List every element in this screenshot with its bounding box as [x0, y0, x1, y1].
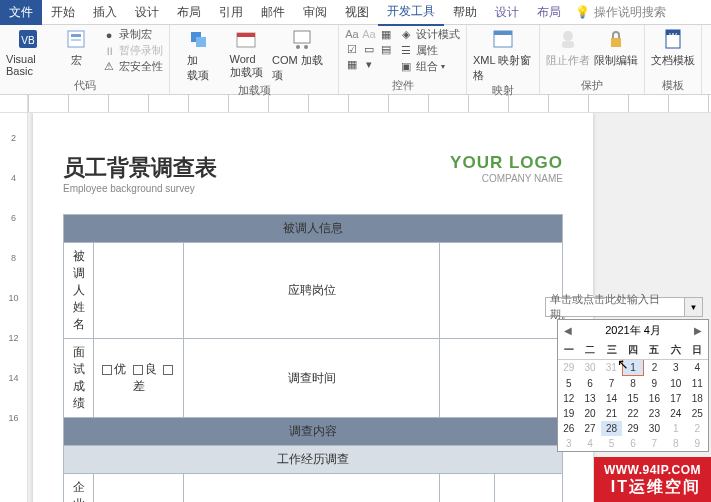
tab-0[interactable]: 开始 — [42, 0, 84, 25]
tab-2[interactable]: 设计 — [126, 0, 168, 25]
bulb-icon: 💡 — [575, 5, 590, 19]
checkbox-c[interactable] — [163, 365, 173, 375]
design-icon: ◈ — [399, 28, 413, 42]
cal-day[interactable]: 15 — [622, 391, 643, 406]
cal-day[interactable]: 11 — [687, 376, 708, 392]
addin-icon — [186, 27, 210, 51]
record-macro-button[interactable]: ●录制宏 — [102, 27, 163, 42]
cal-day[interactable]: 8 — [622, 376, 643, 392]
svg-point-10 — [296, 45, 300, 49]
cal-next-button[interactable]: ▶ — [694, 325, 702, 336]
cal-day[interactable]: 4 — [579, 436, 600, 451]
cal-day[interactable]: 9 — [687, 436, 708, 451]
tab-4[interactable]: 引用 — [210, 0, 252, 25]
tab-11[interactable]: 布局 — [528, 0, 570, 25]
cal-day[interactable]: 16 — [644, 391, 665, 406]
date-picker-field[interactable]: 单击或点击此处输入日期。 ▼ — [545, 297, 703, 317]
cal-day[interactable]: 30 — [579, 360, 600, 376]
control-text-button[interactable]: AaAa▦ — [345, 27, 395, 41]
date-dropdown-button[interactable]: ▼ — [684, 298, 702, 316]
checkbox-b[interactable] — [133, 365, 143, 375]
cal-day[interactable]: 29 — [558, 360, 579, 376]
group-control-button[interactable]: ▣组合▾ — [399, 59, 460, 74]
cal-day[interactable]: 2 — [644, 360, 665, 376]
tab-8[interactable]: 开发工具 — [378, 0, 444, 26]
cal-day[interactable]: 9 — [644, 376, 665, 392]
cal-day[interactable]: 5 — [558, 376, 579, 392]
tab-9[interactable]: 帮助 — [444, 0, 486, 25]
tab-bar: 文件 开始插入设计布局引用邮件审阅视图开发工具帮助设计布局💡操作说明搜索 — [0, 0, 711, 25]
cal-day[interactable]: 29 — [622, 421, 643, 436]
xml-mapping-button[interactable]: XML 映射窗格 — [473, 27, 533, 83]
cal-day[interactable]: 5 — [601, 436, 622, 451]
group-addins: 加 载项 Word 加载项 COM 加载项 加载项 — [170, 25, 339, 94]
tab-1[interactable]: 插入 — [84, 0, 126, 25]
design-mode-button[interactable]: ◈设计模式 — [399, 27, 460, 42]
macro-security-button[interactable]: ⚠宏安全性 — [102, 59, 163, 74]
cal-day[interactable]: 23 — [644, 406, 665, 421]
xml-icon — [491, 27, 515, 51]
cal-day[interactable]: 3 — [665, 360, 686, 376]
cal-title: 2021年 4月 — [605, 323, 661, 338]
cal-day[interactable]: 30 — [644, 421, 665, 436]
cal-prev-button[interactable]: ◀ — [564, 325, 572, 336]
cal-day[interactable]: 28 — [601, 421, 622, 436]
calendar-popup[interactable]: ◀ 2021年 4月 ▶ 一二三四五六日 2930311234567891011… — [557, 319, 709, 452]
block-authors-button[interactable]: 阻止作者 — [546, 27, 590, 68]
addins-button[interactable]: 加 载项 — [176, 27, 220, 83]
tab-6[interactable]: 审阅 — [294, 0, 336, 25]
cal-day[interactable]: 18 — [687, 391, 708, 406]
control-legacy-button[interactable]: ▦▾ — [345, 57, 395, 71]
cal-day[interactable]: 1 — [622, 360, 643, 376]
cal-day[interactable]: 12 — [558, 391, 579, 406]
tab-5[interactable]: 邮件 — [252, 0, 294, 25]
cal-day[interactable]: 8 — [665, 436, 686, 451]
cal-day[interactable]: 25 — [687, 406, 708, 421]
cal-day[interactable]: 7 — [601, 376, 622, 392]
macro-button[interactable]: 宏 — [54, 27, 98, 68]
word-addins-button[interactable]: Word 加载项 — [224, 27, 268, 80]
cal-day[interactable]: 10 — [665, 376, 686, 392]
ruler-vertical: 246810121416 — [0, 113, 28, 502]
ruler-horizontal — [0, 95, 711, 113]
cal-day[interactable]: 13 — [579, 391, 600, 406]
control-check-button[interactable]: ☑▭▤ — [345, 42, 395, 56]
pause-record-button[interactable]: ⏸暂停录制 — [102, 43, 163, 58]
tab-file[interactable]: 文件 — [0, 0, 42, 25]
restrict-edit-button[interactable]: 限制编辑 — [594, 27, 638, 68]
cal-day[interactable]: 22 — [622, 406, 643, 421]
cal-day[interactable]: 31 — [601, 360, 622, 376]
tell-me-search[interactable]: 💡操作说明搜索 — [575, 4, 666, 21]
svg-text:VB: VB — [21, 35, 35, 46]
tab-3[interactable]: 布局 — [168, 0, 210, 25]
section-header-2: 调查内容 — [64, 418, 563, 446]
cal-day[interactable]: 7 — [644, 436, 665, 451]
vb-icon: VB — [16, 27, 40, 51]
cal-day[interactable]: 21 — [601, 406, 622, 421]
cal-day[interactable]: 19 — [558, 406, 579, 421]
calendar-grid: 一二三四五六日 29303112345678910111213141516171… — [558, 341, 708, 451]
cal-day[interactable]: 2 — [687, 421, 708, 436]
cal-day[interactable]: 3 — [558, 436, 579, 451]
cal-day[interactable]: 14 — [601, 391, 622, 406]
cal-day[interactable]: 20 — [579, 406, 600, 421]
doc-template-button[interactable]: W文档模板 — [651, 27, 695, 68]
cal-day[interactable]: 4 — [687, 360, 708, 376]
com-addins-button[interactable]: COM 加载项 — [272, 27, 332, 83]
cal-day[interactable]: 26 — [558, 421, 579, 436]
visual-basic-button[interactable]: VB Visual Basic — [6, 27, 50, 77]
cal-day[interactable]: 6 — [622, 436, 643, 451]
svg-point-14 — [563, 31, 573, 41]
cal-day[interactable]: 24 — [665, 406, 686, 421]
group-controls: AaAa▦ ☑▭▤ ▦▾ ◈设计模式 ☰属性 ▣组合▾ 控件 — [339, 25, 467, 94]
tab-7[interactable]: 视图 — [336, 0, 378, 25]
svg-rect-9 — [294, 31, 310, 43]
properties-button[interactable]: ☰属性 — [399, 43, 460, 58]
cal-day[interactable]: 1 — [665, 421, 686, 436]
cal-day[interactable]: 17 — [665, 391, 686, 406]
cal-day[interactable]: 6 — [579, 376, 600, 392]
checkbox-a[interactable] — [102, 365, 112, 375]
tab-10[interactable]: 设计 — [486, 0, 528, 25]
logo-placeholder: YOUR LOGO — [450, 153, 563, 173]
cal-day[interactable]: 27 — [579, 421, 600, 436]
